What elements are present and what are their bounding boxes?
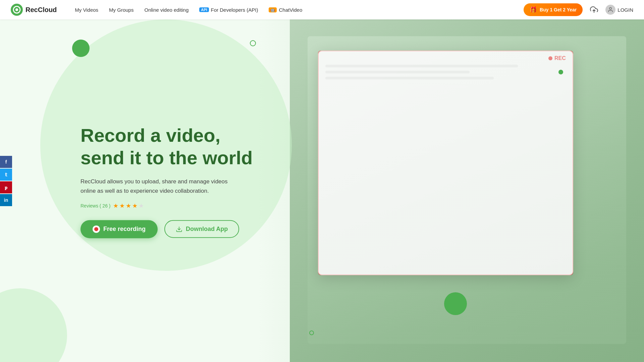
deco-outline-circle-top — [250, 40, 256, 46]
svg-point-4 — [609, 7, 611, 9]
deco-large-circle-bottom-right — [444, 292, 467, 315]
record-icon — [93, 225, 100, 233]
nav-item-video-editing[interactable]: Online video editing — [140, 5, 193, 15]
star-1: ★ — [113, 202, 118, 209]
download-app-button[interactable]: Download App — [164, 220, 239, 238]
hero-photo: REC — [290, 0, 644, 362]
record-dot — [94, 227, 98, 231]
nav-right: 🎁 Buy 1 Get 2 Year LOGIN — [524, 3, 633, 16]
social-twitter[interactable]: 𝕥 — [0, 169, 12, 181]
social-pinterest[interactable]: 𝐩 — [0, 181, 12, 193]
upload-button[interactable] — [588, 4, 600, 16]
social-sidebar: f 𝕥 𝐩 in — [0, 156, 12, 206]
upload-icon — [590, 6, 598, 14]
reviews-row: Reviews ( 26 ) ★ ★ ★ ★ ★ — [80, 202, 253, 209]
nav-item-for-developers[interactable]: API For Developers (API) — [195, 5, 263, 15]
deco-small-circle-top — [72, 40, 90, 57]
free-recording-button[interactable]: Free recording — [80, 220, 158, 238]
laptop-content — [319, 51, 572, 275]
star-4: ★ — [132, 202, 138, 209]
chat-badge: 🤖 — [269, 7, 277, 12]
hero-section: REC Record a video, send it to the world… — [0, 0, 644, 362]
hero-description: RecCloud allows you to upload, share and… — [80, 177, 235, 195]
hero-content: Record a video, send it to the world Rec… — [80, 124, 253, 238]
login-avatar — [605, 5, 615, 15]
star-2: ★ — [119, 202, 125, 209]
reviews-link[interactable]: Reviews ( 26 ) — [80, 203, 110, 208]
reccloud-logo-icon — [11, 4, 23, 16]
star-rating: ★ ★ ★ ★ ★ — [113, 202, 144, 209]
social-linkedin[interactable]: in — [0, 194, 12, 206]
nav-item-chatvideo[interactable]: 🤖 ChatVideo — [264, 5, 307, 15]
promo-icon: 🎁 — [530, 6, 537, 13]
login-button[interactable]: LOGIN — [605, 5, 633, 15]
brand-name: RecCloud — [25, 6, 57, 14]
api-badge: API — [199, 7, 209, 12]
download-icon — [176, 226, 182, 232]
laptop-overlay: REC — [318, 51, 573, 275]
cta-row: Free recording Download App — [80, 220, 253, 238]
green-dot-laptop — [558, 70, 563, 74]
nav-item-my-videos[interactable]: My Videos — [70, 5, 103, 15]
svg-point-2 — [15, 8, 18, 11]
navbar: RecCloud My Videos My Groups Online vide… — [0, 0, 644, 19]
hero-title: Record a video, send it to the world — [80, 124, 253, 169]
promo-button[interactable]: 🎁 Buy 1 Get 2 Year — [524, 3, 583, 16]
nav-item-my-groups[interactable]: My Groups — [104, 5, 138, 15]
logo[interactable]: RecCloud — [11, 4, 57, 16]
star-3: ★ — [126, 202, 131, 209]
star-5: ★ — [139, 202, 144, 209]
nav-links: My Videos My Groups Online video editing… — [70, 5, 524, 15]
social-facebook[interactable]: f — [0, 156, 12, 168]
bottom-center-dot — [309, 330, 314, 335]
